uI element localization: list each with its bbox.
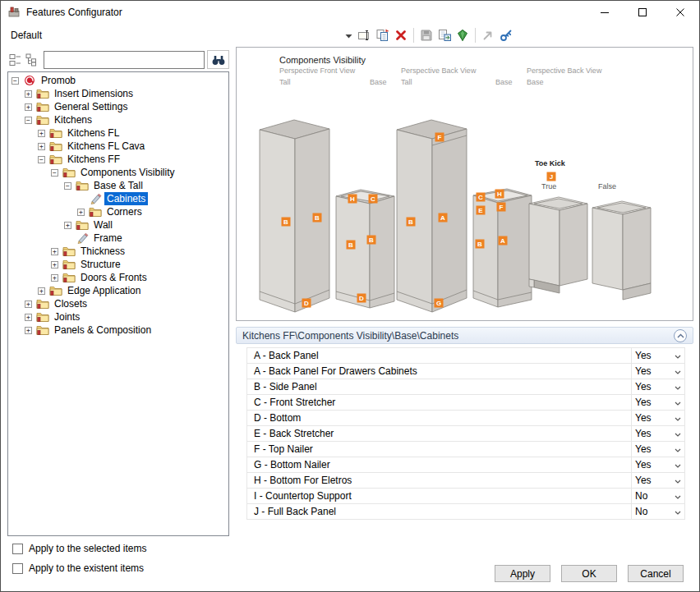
tree-item[interactable]: + Corners	[8, 205, 228, 218]
generate-button[interactable]	[454, 26, 472, 44]
tree-node-label[interactable]: Kitchens	[52, 113, 94, 126]
tree-expander[interactable]: +	[38, 143, 45, 150]
tree-node-label[interactable]: Wall	[91, 218, 115, 232]
tree-item[interactable]: + Wall	[8, 218, 228, 232]
tree-expander[interactable]: +	[51, 248, 58, 255]
tree-item[interactable]: − Kitchens	[8, 113, 228, 126]
illustration-title: Components Visibility	[279, 55, 366, 65]
tree-node-label[interactable]: Panels & Composition	[52, 324, 154, 337]
property-value-dropdown[interactable]: Yes	[631, 379, 684, 394]
link-button[interactable]	[479, 26, 497, 44]
tree-item[interactable]: + Joints	[8, 310, 228, 324]
tree-node-label[interactable]: Components Visibility	[78, 166, 177, 179]
apply-existent-checkbox[interactable]	[12, 563, 23, 574]
collapse-panel-button[interactable]	[674, 329, 687, 342]
property-label: G - Bottom Nailer	[247, 459, 631, 470]
property-value-dropdown[interactable]: No	[631, 504, 684, 519]
tree-node-label[interactable]: Promob	[39, 74, 78, 87]
tree-item[interactable]: − Components Visibility	[8, 166, 228, 179]
tree-item[interactable]: Frame	[8, 232, 228, 245]
tree-node-label[interactable]: Kitchens FF	[65, 153, 122, 166]
expand-all-button[interactable]	[24, 52, 40, 68]
property-value-dropdown[interactable]: Yes	[631, 364, 684, 379]
tree-expander[interactable]: +	[77, 209, 85, 216]
tree-expander[interactable]: −	[12, 77, 19, 85]
chevron-down-icon	[675, 350, 681, 361]
tree-item[interactable]: Cabinets	[8, 192, 228, 205]
tree-node-label[interactable]: Base & Tall	[91, 179, 145, 192]
maximize-button[interactable]	[624, 1, 661, 24]
tree-node-label[interactable]: Kitchens FL Cava	[65, 140, 147, 153]
tree-node-label[interactable]: Doors & Fronts	[78, 271, 150, 284]
tree-expander[interactable]: +	[38, 287, 45, 295]
tree-item[interactable]: + Kitchens FL	[8, 126, 228, 140]
tree-expander[interactable]: −	[64, 182, 71, 190]
copy-profile-button[interactable]	[374, 26, 392, 44]
checkbox-label[interactable]: Apply to the existent items	[29, 562, 144, 574]
cancel-button[interactable]: Cancel	[628, 565, 684, 582]
apply-existent-checkbox-row[interactable]: Apply to the existent items	[12, 562, 144, 574]
tree-expander[interactable]: +	[64, 222, 71, 229]
property-value-dropdown[interactable]: Yes	[631, 473, 684, 488]
property-value-dropdown[interactable]: Yes	[631, 411, 684, 425]
tree-item[interactable]: − Promob	[8, 74, 228, 87]
ok-button[interactable]: OK	[561, 565, 617, 582]
export-button[interactable]	[435, 26, 454, 44]
checkbox-label[interactable]: Apply to the selected items	[29, 543, 146, 554]
tree-node-label[interactable]: General Settings	[52, 100, 130, 113]
export-icon	[437, 28, 452, 43]
tree-item[interactable]: − Base & Tall	[8, 179, 228, 192]
tree-node-label[interactable]: Corners	[104, 205, 145, 218]
tree-node-label[interactable]: Joints	[52, 310, 82, 324]
tree-item[interactable]: + General Settings	[8, 100, 228, 113]
tree-node-label[interactable]: Frame	[91, 232, 125, 245]
tree-expander[interactable]: +	[25, 90, 32, 98]
find-button[interactable]	[207, 50, 229, 69]
tree-expander[interactable]: +	[51, 274, 58, 282]
tree-item[interactable]: + Edge Application	[8, 284, 228, 297]
tree-expander[interactable]: +	[25, 314, 32, 321]
tree-search-input[interactable]	[44, 51, 205, 69]
tree-expander[interactable]: +	[51, 261, 58, 268]
apply-selected-checkbox-row[interactable]: Apply to the selected items	[12, 543, 146, 554]
apply-selected-checkbox[interactable]	[12, 544, 23, 554]
tree-node-label[interactable]: Kitchens FL	[65, 126, 122, 140]
delete-profile-button[interactable]	[392, 26, 410, 44]
tree-item[interactable]: + Panels & Composition	[8, 324, 228, 337]
property-value-dropdown[interactable]: Yes	[631, 457, 684, 472]
tree-expander[interactable]: +	[38, 130, 45, 137]
collapse-all-button[interactable]	[7, 52, 24, 68]
tree-node-label[interactable]: Edge Application	[65, 284, 143, 297]
tree-expander[interactable]: +	[25, 327, 32, 334]
property-value-dropdown[interactable]: Yes	[631, 442, 684, 457]
tree-expander[interactable]: −	[25, 117, 32, 124]
tree-expander[interactable]: −	[51, 169, 58, 177]
tree-item[interactable]: − Kitchens FF	[8, 153, 228, 166]
rename-profile-button[interactable]	[356, 26, 374, 44]
property-value-dropdown[interactable]: No	[631, 489, 684, 503]
tree-item[interactable]: + Doors & Fronts	[8, 271, 228, 284]
tree-expander[interactable]: +	[25, 301, 32, 308]
property-value-dropdown[interactable]: Yes	[631, 348, 684, 363]
tree-node-label[interactable]: Thickness	[78, 245, 127, 258]
tree-item[interactable]: + Structure	[8, 258, 228, 271]
profile-combobox[interactable]: Default	[7, 26, 356, 44]
apply-button[interactable]: Apply	[495, 565, 550, 582]
tree-item[interactable]: + Kitchens FL Cava	[8, 140, 228, 153]
tree-item[interactable]: + Closets	[8, 297, 228, 310]
property-value-dropdown[interactable]: Yes	[631, 426, 684, 441]
tree-expander[interactable]: −	[38, 156, 45, 163]
minimize-button[interactable]	[586, 1, 624, 24]
tree-expander[interactable]: +	[25, 103, 32, 111]
save-button[interactable]	[417, 26, 435, 44]
feature-tree[interactable]: − Promob + Insert Dimensions + General S…	[7, 71, 229, 536]
tree-item[interactable]: + Thickness	[8, 245, 228, 258]
tree-node-label[interactable]: Structure	[78, 258, 123, 271]
property-value-dropdown[interactable]: Yes	[631, 395, 684, 410]
advanced-button[interactable]	[497, 26, 515, 44]
tree-node-label[interactable]: Closets	[52, 297, 90, 310]
tree-node-label[interactable]: Insert Dimensions	[52, 87, 136, 100]
tree-node-label[interactable]: Cabinets	[104, 192, 148, 205]
close-button[interactable]	[661, 1, 699, 24]
tree-item[interactable]: + Insert Dimensions	[8, 87, 228, 100]
